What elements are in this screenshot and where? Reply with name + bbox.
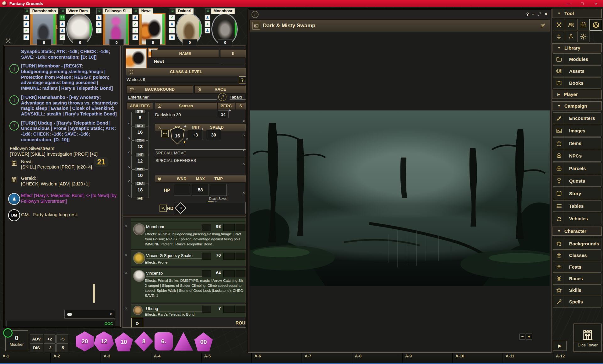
shield-icon[interactable] — [59, 14, 65, 20]
heal-icon[interactable]: + — [169, 28, 175, 34]
speed-plus-button[interactable]: + — [219, 127, 222, 131]
heal-icon[interactable]: + — [96, 28, 102, 34]
sidebar-item-classes[interactable]: Classes — [553, 249, 601, 261]
token-person-icon[interactable]: ♟ — [23, 34, 29, 40]
chat-log[interactable]: Synaptic Static; ATK: -1d6; CHECK: -1d6;… — [7, 49, 118, 306]
wound-counter[interactable]: 0 — [218, 39, 232, 46]
sidebar-section-campaign[interactable]: ▼Campaign — [552, 101, 602, 110]
tracker-field[interactable] — [223, 270, 235, 277]
sidebar-item-backgrounds[interactable]: Backgrounds — [553, 238, 601, 249]
save-circle[interactable]: ○ — [242, 133, 245, 137]
party-member-name[interactable]: Newt — [139, 8, 153, 14]
ac-plus-button[interactable]: + — [184, 125, 187, 128]
token-person-icon[interactable]: ♟ — [59, 28, 65, 34]
save-circle[interactable]: ○ — [242, 119, 245, 123]
sidebar-section-player[interactable]: ▶Player — [552, 90, 602, 99]
wound-counter[interactable]: 0 — [146, 39, 160, 46]
d4-die[interactable] — [173, 331, 193, 351]
party-member[interactable]: ☠Newt ♟ ✓ + ♟ 0 — [137, 8, 169, 46]
save-circle[interactable]: ○ — [128, 193, 130, 198]
swamp-map-image[interactable] — [250, 110, 550, 286]
skull-icon[interactable]: ☠ — [60, 8, 66, 14]
hp-max-field[interactable]: 58 — [192, 184, 209, 196]
party-member-name[interactable]: Moonboar — [211, 8, 235, 14]
sidebar-item-modules[interactable]: Modules — [553, 53, 601, 65]
save-circle[interactable]: ○ — [242, 191, 245, 195]
help-icon[interactable]: ? — [526, 12, 529, 17]
sidebar-item-images[interactable]: Images — [553, 125, 601, 136]
tracker-field[interactable] — [236, 270, 246, 277]
name-field[interactable]: Newt — [154, 59, 219, 64]
sidebar-item-npcs[interactable]: NPCs — [553, 150, 601, 162]
token-person-icon[interactable]: ♟ — [132, 34, 138, 40]
sidebar-item-assets[interactable]: Assets — [553, 65, 601, 77]
tracker-field[interactable] — [202, 270, 211, 277]
tracker-row[interactable]: Moonboar 98 Effects: RESIST: bludgeoning… — [131, 221, 246, 249]
tool-calendar-button[interactable] — [577, 19, 589, 30]
tool-characters-button[interactable] — [565, 31, 577, 42]
token-person-icon[interactable]: ♟ — [96, 21, 102, 27]
tool-options-button[interactable] — [577, 31, 589, 42]
tracker-portrait[interactable] — [133, 223, 145, 235]
skull-icon[interactable]: ☠ — [133, 8, 139, 14]
sidebar-item-quests[interactable]: Quests — [553, 175, 601, 187]
party-member[interactable]: ☠Daktari ✓ ♟ + ♟ 0 — [173, 8, 206, 46]
shrink-icon[interactable]: − — [532, 12, 534, 17]
tracker-row[interactable]: Vincen G Squeezy Snake 70 Effects: Prone — [131, 250, 246, 266]
tracker-field[interactable] — [202, 306, 211, 313]
sidebar-item-books[interactable]: Books — [553, 77, 601, 89]
dice-tower-button[interactable]: Dice Tower — [574, 324, 601, 351]
tracker-name[interactable]: Vincen G Squeezy Snake — [146, 253, 208, 259]
d8-die[interactable]: 8 — [134, 331, 154, 351]
save-circle[interactable]: ○ — [128, 136, 130, 140]
sidebar-item-vehicles[interactable]: Vehicles — [553, 213, 601, 224]
initiative-value[interactable]: +3 — [188, 130, 203, 140]
wound-counter[interactable]: 0 — [73, 39, 87, 46]
sidebar-play-button[interactable]: ▶ — [553, 341, 567, 351]
character-sheet-window[interactable]: NAME II Newt CLASS & LEVEL Warlock 9 BAC… — [122, 46, 246, 216]
advantage-button[interactable]: ADV — [30, 335, 43, 343]
app-titlebar[interactable]: Fantasy Grounds — □ × — [0, 0, 603, 7]
party-member-name[interactable]: Ramshambo — [30, 8, 58, 14]
skull-icon[interactable]: ☠ — [24, 8, 30, 14]
image-window-titlebar[interactable]: ? − × — [248, 9, 551, 19]
minus-two-button[interactable]: -2 — [44, 343, 56, 352]
turn-circle[interactable]: ○ — [125, 224, 127, 228]
token-person-icon[interactable]: ♟ — [169, 34, 175, 40]
race-field[interactable]: Tabaxi — [230, 95, 246, 100]
sidebar-item-tables[interactable]: Tables — [553, 200, 601, 212]
token-person-icon[interactable]: ♟ — [23, 21, 29, 27]
approve-icon[interactable]: ✓ — [23, 28, 29, 34]
tracker-hp[interactable]: 64 — [212, 270, 221, 275]
ability-charisma[interactable]: CHA18+4○ — [131, 184, 149, 198]
sidebar-item-feats[interactable]: Feats — [553, 261, 601, 273]
chat-input[interactable] — [7, 322, 105, 326]
save-circle[interactable]: ○ — [242, 147, 245, 152]
chat-channel-dropdown[interactable]: ▼ — [64, 310, 115, 318]
heal-icon[interactable]: + — [132, 28, 138, 34]
sidebar-item-spells[interactable]: Spells — [553, 296, 601, 308]
sidebar-section-tool[interactable]: ▼Tool — [552, 9, 602, 18]
skull-icon[interactable]: ☠ — [205, 8, 211, 14]
token-person-icon[interactable]: ♟ — [96, 14, 102, 20]
hp-temp-field[interactable] — [210, 184, 227, 196]
init-plus-button[interactable]: + — [201, 127, 204, 131]
tracker-field[interactable] — [236, 253, 246, 260]
perception-value[interactable]: 14 — [218, 110, 229, 118]
class-gear-button[interactable] — [239, 76, 246, 83]
tracker-portrait[interactable] — [133, 252, 145, 264]
character-portrait[interactable] — [126, 48, 147, 70]
minus-five-button[interactable]: -5 — [56, 343, 68, 352]
d10-die[interactable]: 10 — [114, 332, 134, 352]
party-member[interactable]: ☠Moonboar ♟ + ♟ 0 — [209, 8, 242, 46]
token-person-icon[interactable]: ♟ — [23, 14, 29, 20]
party-member-name[interactable]: Daktari — [176, 8, 194, 14]
special-move-label[interactable]: SPECIAL MOVE — [155, 151, 186, 155]
tool-effects-button[interactable] — [553, 31, 565, 42]
approve-icon[interactable]: ✓ — [132, 21, 138, 27]
window-close-button[interactable]: × — [589, 1, 603, 6]
party-member[interactable]: ☠Fellowyn Si... ♟ ♟ + 0 — [100, 8, 133, 46]
ac-gear-button[interactable] — [161, 130, 169, 137]
save-circle[interactable]: ○ — [128, 150, 130, 154]
tracker-field[interactable] — [202, 224, 211, 231]
